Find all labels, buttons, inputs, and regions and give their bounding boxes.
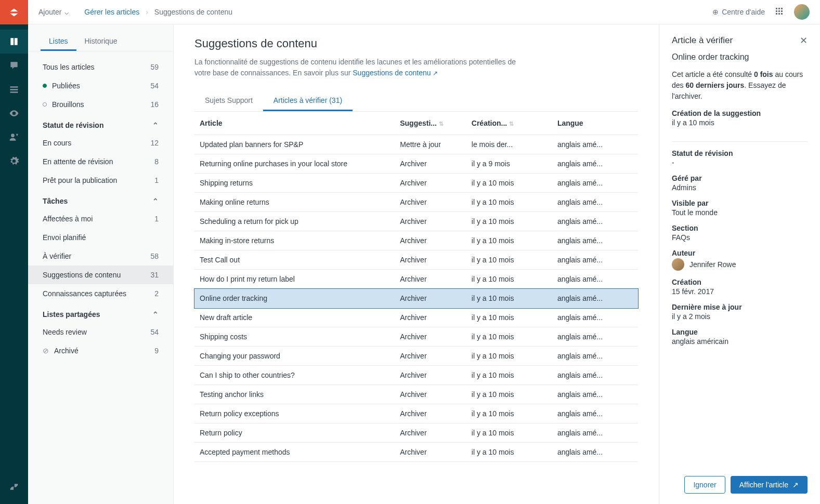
nav-moderate-icon[interactable]	[0, 54, 28, 77]
sidebar-item-captured[interactable]: Connaissances capturées 2	[28, 284, 173, 303]
external-link-icon: ↗	[433, 70, 438, 77]
sidebar-item-in-progress[interactable]: En cours 12	[28, 134, 173, 152]
detail-title: Online order tracking	[672, 52, 808, 62]
sidebar-item-needs-review[interactable]: Needs review 54	[28, 323, 173, 341]
table-cell-article: Testing anchor links	[194, 385, 395, 404]
tab-lists[interactable]: Listes	[41, 33, 76, 51]
col-header-language[interactable]: Langue	[552, 112, 638, 135]
sidebar-header-shared[interactable]: Listes partagées ⌃	[28, 303, 173, 323]
table-row[interactable]: Can I ship to other countries?Archiveril…	[194, 366, 638, 385]
add-dropdown[interactable]: Ajouter ⌵	[38, 8, 69, 16]
sidebar-header-review[interactable]: Statut de révision ⌃	[28, 114, 173, 134]
sidebar-item-all-articles[interactable]: Tous les articles 59	[28, 58, 173, 76]
tab-history[interactable]: Historique	[76, 33, 126, 51]
help-center-link[interactable]: ⊕ Centre d'aide	[712, 8, 765, 16]
show-article-button[interactable]: Afficher l'article ↗	[731, 476, 808, 494]
table-cell-sugg: Archiver	[395, 250, 466, 270]
sidebar-item-published[interactable]: Publiées 54	[28, 76, 173, 95]
breadcrumb-current: Suggestions de contenu	[154, 8, 232, 16]
col-header-article[interactable]: Article	[194, 112, 395, 135]
nav-users-icon[interactable]	[0, 125, 28, 149]
table-cell-sugg: Archiver	[395, 366, 466, 385]
table-cell-date: il y a 10 mois	[466, 443, 552, 462]
table-row[interactable]: Shipping costsArchiveril y a 10 moisangl…	[194, 327, 638, 347]
table-cell-date: il y a 9 mois	[466, 154, 552, 174]
table-cell-lang: anglais amé...	[552, 327, 638, 347]
table-row[interactable]: Updated plan banners for SP&PMettre à jo…	[194, 135, 638, 154]
sidebar-item-assigned[interactable]: Affectées à moi 1	[28, 209, 173, 228]
table-row[interactable]: Scheduling a return for pick upArchiveri…	[194, 212, 638, 231]
table-row[interactable]: Accepted payment methodsArchiveril y a 1…	[194, 443, 638, 462]
table-row[interactable]: Return policyArchiveril y a 10 moisangla…	[194, 423, 638, 443]
chevron-down-icon: ⌵	[64, 8, 69, 16]
sidebar: Listes Historique Tous les articles 59 P…	[28, 24, 174, 504]
sidebar-item-suggestions[interactable]: Suggestions de contenu 31	[28, 266, 173, 284]
ignore-button[interactable]: Ignorer	[684, 476, 725, 494]
brand-logo[interactable]	[0, 0, 28, 24]
nav-settings-icon[interactable]	[0, 149, 28, 173]
table-cell-article: Returning online purchases in your local…	[194, 154, 395, 174]
table-cell-date: il y a 10 mois	[466, 174, 552, 193]
sidebar-item-scheduled[interactable]: Envoi planifié	[28, 228, 173, 247]
table-cell-date: le mois der...	[466, 135, 552, 154]
tab-support-topics[interactable]: Sujets Support	[194, 91, 263, 111]
table-row[interactable]: Making online returnsArchiveril y a 10 m…	[194, 193, 638, 212]
breadcrumb-link[interactable]: Gérer les articles	[84, 8, 139, 16]
sidebar-header-label: Listes partagées	[43, 310, 100, 319]
apps-grid-icon[interactable]	[775, 7, 784, 17]
sidebar-item-label: Brouillons	[52, 100, 150, 109]
detail-status-key: Statut de révision	[672, 149, 808, 157]
nav-arrange-icon[interactable]	[0, 77, 28, 101]
sidebar-header-label: Statut de révision	[43, 121, 103, 129]
svg-rect-0	[776, 8, 777, 9]
articles-table: Article Suggesti...⇅ Création...⇅ Langue…	[194, 112, 638, 462]
sidebar-item-count: 16	[150, 100, 159, 109]
col-header-creation[interactable]: Création...⇅	[466, 112, 552, 135]
sidebar-header-tasks[interactable]: Tâches ⌃	[28, 190, 173, 209]
user-avatar[interactable]	[794, 4, 810, 20]
table-row[interactable]: Shipping returnsArchiveril y a 10 moisan…	[194, 174, 638, 193]
table-cell-lang: anglais amé...	[552, 250, 638, 270]
table-row[interactable]: How do I print my return labelArchiveril…	[194, 270, 638, 289]
detail-created-key: Création	[672, 278, 808, 286]
sidebar-item-count: 54	[150, 82, 159, 90]
table-row[interactable]: New draft articleArchiveril y a 10 moisa…	[194, 308, 638, 327]
sidebar-item-label: Publiées	[52, 82, 150, 90]
sidebar-item-awaiting[interactable]: En attente de révision 8	[28, 152, 173, 171]
detail-heading: Article à vérifier	[672, 35, 733, 46]
col-header-suggestion[interactable]: Suggesti...⇅	[395, 112, 466, 135]
sidebar-item-verify[interactable]: À vérifier 58	[28, 247, 173, 266]
tab-articles-verify[interactable]: Articles à vérifier (31)	[263, 91, 353, 111]
table-row[interactable]: Online order trackingArchiveril y a 10 m…	[194, 289, 638, 308]
table-cell-article: Making online returns	[194, 193, 395, 212]
sidebar-item-archived[interactable]: ⊘ Archivé 9	[28, 341, 173, 360]
table-cell-lang: anglais amé...	[552, 174, 638, 193]
table-row[interactable]: Changing your passwordArchiveril y a 10 …	[194, 347, 638, 366]
breadcrumb-separator: ›	[146, 8, 148, 16]
close-icon[interactable]: ✕	[800, 35, 808, 46]
sidebar-item-label: Envoi planifié	[43, 233, 159, 242]
table-row[interactable]: Return policy exceptionsArchiveril y a 1…	[194, 404, 638, 423]
sidebar-item-ready[interactable]: Prêt pour la publication 1	[28, 171, 173, 190]
zendesk-logo-icon[interactable]	[0, 475, 28, 499]
table-cell-date: il y a 10 mois	[466, 404, 552, 423]
detail-managed-val: Admins	[672, 183, 808, 192]
sidebar-item-drafts[interactable]: Brouillons 16	[28, 95, 173, 114]
table-cell-article: Updated plan banners for SP&P	[194, 135, 395, 154]
table-row[interactable]: Returning online purchases in your local…	[194, 154, 638, 174]
table-cell-article: Accepted payment methods	[194, 443, 395, 462]
sidebar-item-label: Prêt pour la publication	[43, 176, 154, 184]
table-row[interactable]: Test Call outArchiveril y a 10 moisangla…	[194, 250, 638, 270]
table-row[interactable]: Testing anchor linksArchiveril y a 10 mo…	[194, 385, 638, 404]
nav-guide-icon[interactable]	[0, 30, 28, 54]
table-cell-lang: anglais amé...	[552, 308, 638, 327]
nav-eye-icon[interactable]	[0, 101, 28, 125]
chevron-up-icon: ⌃	[152, 121, 159, 129]
table-row[interactable]: Making in-store returnsArchiveril y a 10…	[194, 231, 638, 250]
external-link-icon: ↗	[792, 481, 799, 489]
learn-more-link[interactable]: Suggestions de contenu ↗	[353, 69, 438, 77]
table-cell-date: il y a 10 mois	[466, 327, 552, 347]
table-cell-article: How do I print my return label	[194, 270, 395, 289]
table-cell-lang: anglais amé...	[552, 385, 638, 404]
sidebar-item-count: 8	[154, 157, 159, 166]
